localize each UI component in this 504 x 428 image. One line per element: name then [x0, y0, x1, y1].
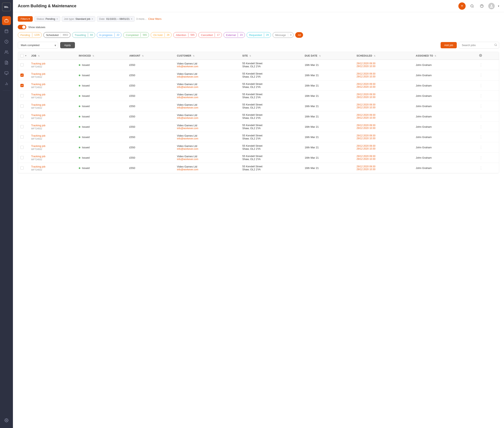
chip-pending[interactable]: Pending 1235 [18, 32, 42, 38]
row-context-menu[interactable]: ⋮ [479, 114, 496, 119]
filters-button[interactable]: Filters ▾ [18, 16, 33, 22]
chip-travelling[interactable]: Travelling 84 [72, 32, 95, 38]
row-context-menu[interactable]: ⋮ [479, 83, 496, 88]
row-context-menu[interactable]: ⋮ [479, 135, 496, 139]
row-checkbox[interactable] [20, 125, 24, 128]
row-context-menu[interactable]: ⋮ [479, 73, 496, 77]
user-avatar[interactable] [488, 3, 495, 9]
filter-chip-jobtype-close[interactable]: × [91, 17, 93, 20]
help-icon-btn[interactable] [479, 3, 485, 9]
job-name-link[interactable]: Tracking job [31, 144, 74, 148]
job-name-link[interactable]: Tracking job [31, 134, 74, 137]
row-checkbox[interactable] [20, 135, 24, 139]
row-checkbox[interactable] [20, 166, 24, 170]
customer-email[interactable]: info@workever.com [177, 65, 238, 68]
bulk-action-select[interactable]: Mark completed [18, 42, 58, 49]
add-job-button[interactable]: Add job [440, 42, 457, 48]
amount-value: £550 [129, 136, 135, 139]
row-job-cell: Tracking job WFT24552 [29, 111, 76, 122]
row-checkbox[interactable] [20, 74, 24, 77]
chip-onhold[interactable]: On hold 28 [151, 32, 172, 38]
customer-email[interactable]: info@workever.com [177, 86, 238, 89]
apply-button[interactable]: Apply [60, 42, 75, 48]
job-name-link[interactable]: Tracking job [31, 124, 74, 127]
row-checkbox[interactable] [20, 105, 24, 108]
row-invoiced-cell: Issued [76, 91, 127, 101]
scheduled-time-end: 29/12:2020 10:30 [357, 75, 411, 78]
customer-email[interactable]: info@workever.com [177, 127, 238, 130]
job-name-link[interactable]: Tracking job [31, 165, 74, 168]
job-name-link[interactable]: Tracking job [31, 62, 74, 65]
row-checkbox[interactable] [20, 84, 24, 87]
filter-chip-date[interactable]: Date 01/10/21 – 08/01/21 × [97, 16, 135, 22]
row-context-menu[interactable]: ⋮ [479, 94, 496, 98]
th-amount: AMOUNT ⇅ [127, 52, 175, 60]
customer-email[interactable]: info@workever.com [177, 158, 238, 161]
user-menu-chevron[interactable]: ▾ [498, 5, 499, 8]
chip-all[interactable]: All [295, 32, 303, 38]
row-checkbox[interactable] [20, 115, 24, 118]
job-name-link[interactable]: Tracking job [31, 72, 74, 75]
sidebar-item-jobs[interactable] [2, 16, 11, 25]
add-button[interactable]: + [458, 2, 466, 10]
invoiced-dot [79, 106, 80, 107]
filter-chip-status[interactable]: Status: Pending × [34, 16, 60, 22]
row-job-cell: Tracking job WFT24552 [29, 132, 76, 142]
chip-cancelled[interactable]: Cancelled 17 [198, 32, 222, 38]
customer-name: Video Games Ltd [177, 83, 238, 86]
customer-email[interactable]: info@workever.com [177, 148, 238, 150]
chip-message[interactable]: Message 4 [272, 32, 294, 38]
chip-scheduled[interactable]: Scheduled 8902 [43, 32, 70, 38]
row-context-menu[interactable]: ⋮ [479, 145, 496, 149]
search-input[interactable] [459, 42, 499, 49]
select-all-chevron[interactable]: ▾ [25, 55, 26, 57]
job-name-link[interactable]: Tracking job [31, 103, 74, 106]
job-name-link[interactable]: Tracking job [31, 93, 74, 96]
row-checkbox[interactable] [20, 156, 24, 159]
show-statuses-toggle[interactable] [18, 25, 26, 29]
sidebar-item-settings[interactable] [2, 416, 11, 425]
site-address-line2: Shaw, OL2 2YA [242, 147, 300, 150]
filter-chip-jobtype[interactable]: Job type: Standard job × [62, 16, 95, 22]
chip-completed[interactable]: Completed 565 [123, 32, 149, 38]
sidebar-item-calendar[interactable] [2, 27, 11, 36]
job-name-link[interactable]: Tracking job [31, 114, 74, 117]
select-all-checkbox[interactable] [20, 54, 24, 58]
row-context-menu[interactable]: ⋮ [479, 166, 496, 170]
assigned-name: John Graham [416, 146, 432, 149]
sidebar-item-users[interactable] [2, 48, 11, 57]
sidebar-item-analytics[interactable] [2, 79, 11, 88]
clear-filters-button[interactable]: Clear filters [148, 17, 161, 20]
row-checkbox[interactable] [20, 63, 24, 66]
chip-attention[interactable]: Attention 565 [173, 32, 197, 38]
chip-external[interactable]: External 23 [224, 32, 245, 38]
sidebar-item-reports[interactable] [2, 58, 11, 67]
sidebar-item-history[interactable] [2, 37, 11, 46]
filter-chip-status-close[interactable]: × [56, 17, 58, 20]
row-context-menu[interactable]: ⋮ [479, 124, 496, 129]
customer-email[interactable]: info@workever.com [177, 106, 238, 109]
search-icon-btn[interactable] [469, 3, 475, 9]
row-context-menu[interactable]: ⋮ [479, 104, 496, 108]
row-checkbox[interactable] [20, 146, 24, 149]
th-site: SITE ⇅ [240, 52, 302, 60]
customer-email[interactable]: info@workever.com [177, 117, 238, 119]
row-context-menu[interactable]: ⋮ [479, 155, 496, 160]
customer-email[interactable]: info@workever.com [177, 75, 238, 78]
customer-email[interactable]: info@workever.com [177, 168, 238, 171]
row-amount-cell: £550 [127, 132, 175, 142]
job-name-link[interactable]: Tracking job [31, 155, 74, 158]
customer-email[interactable]: info@workever.com [177, 96, 238, 99]
filter-more[interactable]: 3 more... [136, 17, 147, 20]
row-site-cell: 55 Kendell Street Shaw, OL2 2YA [240, 60, 302, 70]
sidebar-item-invoices[interactable] [2, 69, 11, 78]
row-scheduled-cell: 29/12:2020 09:30 29/12:2020 10:30 [354, 132, 413, 142]
row-context-menu[interactable]: ⋮ [479, 63, 496, 67]
chip-requested[interactable]: Requested 29 [247, 32, 271, 38]
chip-inprogress[interactable]: In progress 22 [97, 32, 121, 38]
row-checkbox[interactable] [20, 94, 24, 97]
filter-chip-date-close[interactable]: × [131, 17, 132, 20]
th-settings[interactable] [477, 52, 499, 60]
customer-email[interactable]: info@workever.com [177, 137, 238, 140]
job-name-link[interactable]: Tracking job [31, 83, 74, 86]
